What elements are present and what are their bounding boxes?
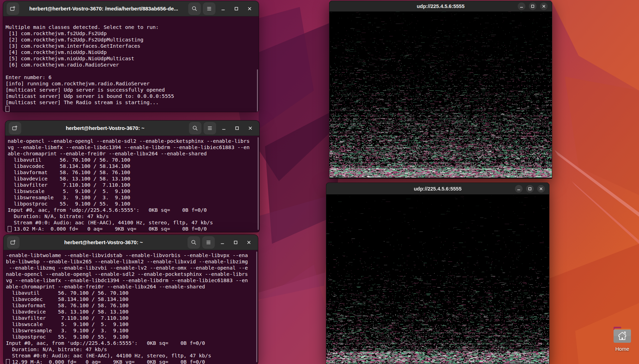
terminal3-output-area[interactable]: -enable-libtwolame --enable-libvidstab -… bbox=[3, 250, 258, 364]
search-button[interactable] bbox=[188, 236, 200, 249]
video1-titlebar[interactable]: udp://225.4.5.6:5555 bbox=[329, 1, 552, 11]
close-icon bbox=[539, 186, 543, 191]
terminal3-scrollbar[interactable] bbox=[256, 251, 257, 362]
video2-content[interactable] bbox=[326, 194, 549, 364]
minimize-button[interactable] bbox=[515, 185, 523, 193]
maximize-icon bbox=[234, 125, 240, 131]
window-title: herbert@herbert-Vostro-3670: /media/herb… bbox=[21, 6, 186, 11]
new-tab-icon bbox=[12, 125, 18, 131]
terminal1-output-area[interactable]: Multiple main classes detected. Select o… bbox=[3, 16, 259, 112]
terminal3-titlebar[interactable]: herbert@herbert-Vostro-3670: ~ bbox=[3, 235, 258, 250]
search-icon bbox=[191, 239, 197, 246]
maximize-button[interactable] bbox=[526, 185, 534, 193]
maximize-button[interactable] bbox=[529, 2, 537, 10]
maximize-icon bbox=[530, 4, 535, 9]
minimize-button[interactable] bbox=[518, 2, 525, 10]
new-tab-button[interactable] bbox=[9, 122, 21, 134]
terminal1-scrollbar[interactable] bbox=[257, 69, 258, 112]
close-button[interactable] bbox=[540, 2, 548, 10]
maximize-icon bbox=[527, 186, 532, 191]
menu-button[interactable] bbox=[203, 2, 215, 15]
video1-window-controls bbox=[518, 2, 552, 10]
terminal-cursor bbox=[6, 359, 10, 364]
new-tab-button[interactable] bbox=[7, 2, 19, 15]
minimize-button[interactable] bbox=[218, 123, 229, 134]
close-icon bbox=[247, 6, 252, 11]
search-button[interactable] bbox=[189, 122, 201, 134]
terminal2-scrollbar[interactable] bbox=[258, 137, 259, 230]
search-icon bbox=[191, 6, 198, 12]
terminal1-text: Multiple main classes detected. Select o… bbox=[3, 16, 259, 112]
video2-titlebar[interactable]: udp://225.4.5.6:5555 bbox=[326, 183, 549, 194]
terminal-cursor bbox=[8, 226, 12, 232]
terminal3-text: -enable-libtwolame --enable-libvidstab -… bbox=[3, 250, 258, 364]
video2-window-controls bbox=[515, 185, 549, 193]
minimize-button[interactable] bbox=[218, 3, 229, 14]
minimize-icon bbox=[516, 186, 521, 191]
minimize-button[interactable] bbox=[217, 237, 228, 248]
terminal2-titlebar[interactable]: herbert@herbert-Vostro-3670: ~ bbox=[5, 121, 259, 136]
terminal-window-ffplay-1: herbert@herbert-Vostro-3670: ~ bbox=[5, 120, 260, 232]
terminal-window-radioserver: herbert@herbert-Vostro-3670: /media/herb… bbox=[3, 1, 259, 112]
new-tab-button[interactable] bbox=[7, 236, 20, 249]
close-button[interactable] bbox=[245, 123, 256, 134]
terminal-cursor bbox=[6, 106, 9, 112]
minimize-icon bbox=[519, 4, 524, 9]
close-icon bbox=[248, 125, 253, 131]
close-button[interactable] bbox=[243, 237, 254, 248]
home-folder-icon bbox=[612, 326, 632, 343]
new-tab-icon bbox=[10, 239, 16, 246]
search-icon bbox=[192, 125, 198, 131]
minimize-icon bbox=[221, 125, 227, 131]
video-window-udp-stream-2: udp://225.4.5.6:5555 bbox=[326, 183, 549, 364]
menu-button[interactable] bbox=[202, 236, 215, 249]
menu-icon bbox=[205, 239, 212, 246]
video-window-udp-stream-1: udp://225.4.5.6:5555 bbox=[329, 1, 552, 179]
search-button[interactable] bbox=[188, 2, 201, 15]
menu-icon bbox=[207, 125, 213, 131]
video1-content[interactable] bbox=[329, 11, 552, 178]
close-button[interactable] bbox=[537, 185, 545, 193]
spectrogram-canvas bbox=[326, 194, 549, 364]
desktop-home-icon[interactable]: Home bbox=[608, 326, 636, 352]
window-title: herbert@herbert-Vostro-3670: ~ bbox=[23, 125, 187, 131]
new-tab-icon bbox=[10, 6, 16, 12]
terminal2-output-area[interactable]: nable-opencl --enable-opengl --enable-sd… bbox=[5, 136, 259, 232]
minimize-icon bbox=[220, 6, 226, 11]
home-icon-label: Home bbox=[608, 346, 636, 352]
minimize-icon bbox=[220, 240, 225, 245]
window-title: herbert@herbert-Vostro-3670: ~ bbox=[22, 239, 185, 245]
menu-button[interactable] bbox=[204, 122, 216, 134]
spectrogram-canvas bbox=[329, 11, 552, 178]
maximize-icon bbox=[234, 6, 239, 11]
close-button[interactable] bbox=[244, 3, 255, 14]
maximize-button[interactable] bbox=[230, 237, 241, 248]
maximize-button[interactable] bbox=[231, 123, 243, 134]
close-icon bbox=[246, 240, 252, 245]
menu-icon bbox=[206, 6, 212, 12]
close-icon bbox=[541, 4, 546, 9]
maximize-button[interactable] bbox=[231, 3, 242, 14]
maximize-icon bbox=[233, 240, 238, 245]
terminal1-titlebar[interactable]: herbert@herbert-Vostro-3670: /media/herb… bbox=[3, 1, 259, 16]
terminal-window-ffplay-2: herbert@herbert-Vostro-3670: ~ bbox=[3, 234, 258, 364]
terminal2-text: nable-opencl --enable-opengl --enable-sd… bbox=[5, 136, 259, 232]
